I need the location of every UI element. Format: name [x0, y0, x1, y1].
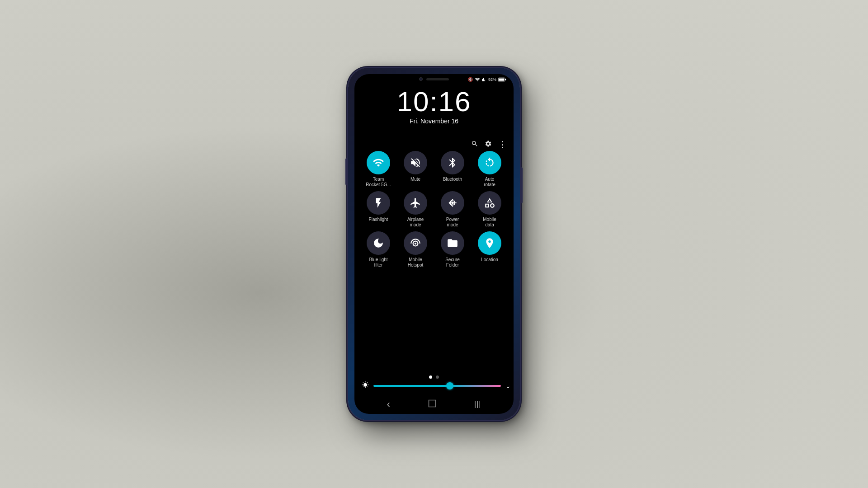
- phone-screen: 🔇 92% 10:16: [354, 74, 514, 414]
- home-button[interactable]: [428, 399, 437, 410]
- back-button[interactable]: ‹: [387, 399, 390, 410]
- qs-hotspot-label: Mobile Hotspot: [408, 257, 423, 268]
- page-dot-2: [436, 375, 439, 379]
- qs-autorotate-label: Auto rotate: [484, 177, 495, 188]
- qs-powermode-tile[interactable]: Power mode: [436, 191, 469, 228]
- phone-notch: [405, 74, 463, 84]
- qs-wifi-tile[interactable]: Team Rocket 5G...: [362, 151, 395, 188]
- qs-securefolder-icon-circle: [441, 231, 464, 255]
- qs-mute-tile[interactable]: Mute: [399, 151, 432, 188]
- qs-airplane-icon-circle: [404, 191, 427, 215]
- qs-bluetooth-label: Bluetooth: [443, 177, 462, 182]
- qs-wifi-icon-circle: [367, 151, 390, 174]
- qs-airplane-tile[interactable]: Airplane mode: [399, 191, 432, 228]
- qs-autorotate-tile[interactable]: Auto rotate: [473, 151, 506, 188]
- qs-mute-label: Mute: [410, 177, 420, 182]
- clock-date: Fri, November 16: [410, 117, 458, 125]
- qs-autorotate-icon-circle: [478, 151, 501, 174]
- qs-mobiledata-icon-circle: [478, 191, 501, 215]
- brightness-thumb[interactable]: [446, 382, 453, 389]
- qs-hotspot-icon-circle: [404, 231, 427, 255]
- qs-bluelight-label: Blue light filter: [369, 257, 387, 268]
- clock-time: 10:16: [396, 88, 471, 116]
- speaker-grille: [426, 78, 449, 80]
- navigation-bar: ‹ |||: [354, 399, 514, 410]
- qs-wifi-label: Team Rocket 5G...: [366, 177, 391, 188]
- wifi-status-icon: [475, 77, 480, 82]
- svg-rect-2: [505, 79, 506, 80]
- clock-section: 10:16 Fri, November 16: [354, 88, 514, 125]
- more-options-icon[interactable]: ⋮: [498, 140, 506, 150]
- brightness-control[interactable]: ⌄: [362, 381, 501, 390]
- qs-flashlight-label: Flashlight: [369, 217, 388, 222]
- svg-rect-1: [499, 78, 504, 80]
- qs-powermode-label: Power mode: [446, 217, 459, 228]
- qs-location-tile[interactable]: Location: [473, 231, 506, 268]
- quick-settings-grid: Team Rocket 5G... Mute: [362, 151, 506, 268]
- qs-location-label: Location: [481, 257, 498, 263]
- top-actions: ⋮: [471, 140, 506, 150]
- settings-icon[interactable]: [485, 140, 492, 149]
- battery-status: 92%: [488, 77, 496, 82]
- page-dot-1: [429, 375, 432, 379]
- brightness-chevron-icon[interactable]: ⌄: [505, 382, 511, 389]
- mute-icon: 🔇: [468, 77, 473, 82]
- status-icons: 🔇 92%: [468, 77, 506, 82]
- qs-bluelight-icon-circle: [367, 231, 390, 255]
- qs-securefolder-label: Secure Folder: [445, 257, 460, 268]
- phone-device: 🔇 92% 10:16: [348, 68, 520, 420]
- qs-bluetooth-tile[interactable]: Bluetooth: [436, 151, 469, 188]
- front-camera: [419, 77, 423, 81]
- brightness-icon: [362, 381, 369, 390]
- qs-location-icon-circle: [478, 231, 501, 255]
- scene: 🔇 92% 10:16: [0, 0, 868, 488]
- qs-flashlight-icon-circle: [367, 191, 390, 215]
- qs-mobiledata-tile[interactable]: Mobile data: [473, 191, 506, 228]
- quick-settings-panel: Team Rocket 5G... Mute: [362, 151, 506, 268]
- page-indicator: [354, 375, 514, 379]
- qs-bluelight-tile[interactable]: Blue light filter: [362, 231, 395, 268]
- qs-mute-icon-circle: [404, 151, 427, 174]
- qs-hotspot-tile[interactable]: Mobile Hotspot: [399, 231, 432, 268]
- recents-button[interactable]: |||: [474, 400, 481, 408]
- qs-securefolder-tile[interactable]: Secure Folder: [436, 231, 469, 268]
- search-icon[interactable]: [471, 140, 478, 149]
- qs-mobiledata-label: Mobile data: [483, 217, 496, 228]
- signal-status-icon: [482, 77, 486, 82]
- brightness-track[interactable]: [373, 385, 501, 387]
- qs-powermode-icon-circle: [441, 191, 464, 215]
- qs-bluetooth-icon-circle: [441, 151, 464, 174]
- qs-flashlight-tile[interactable]: Flashlight: [362, 191, 395, 228]
- battery-icon: [498, 77, 506, 82]
- qs-airplane-label: Airplane mode: [407, 217, 424, 228]
